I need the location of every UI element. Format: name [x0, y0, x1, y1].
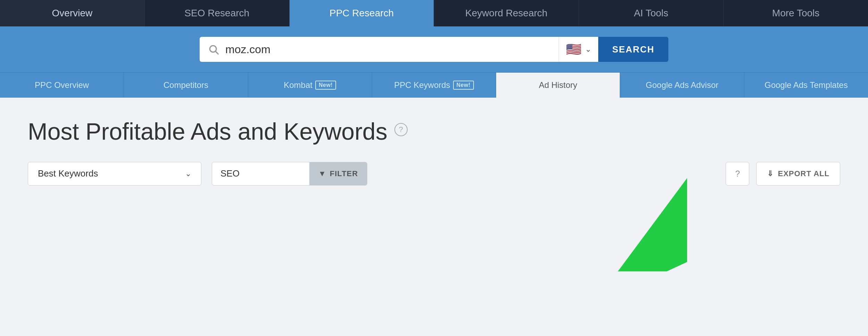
top-navigation: Overview SEO Research PPC Research Keywo… — [0, 0, 868, 26]
question-mark-icon: ? — [735, 169, 740, 179]
flag-icon: 🇺🇸 — [566, 42, 582, 57]
tab-seo-research[interactable]: SEO Research — [145, 0, 290, 26]
subnav-ad-history[interactable]: Ad History — [496, 73, 620, 98]
tab-ai-tools[interactable]: AI Tools — [579, 0, 724, 26]
search-area: 🇺🇸 ⌄ SEARCH — [0, 26, 868, 72]
tab-overview[interactable]: Overview — [0, 0, 145, 26]
subnav-ppc-overview[interactable]: PPC Overview — [0, 73, 124, 98]
dropdown-value: Best Keywords — [38, 168, 98, 179]
filter-input-group: ▼ FILTER — [212, 162, 367, 186]
ppc-keywords-new-badge: New! — [453, 81, 474, 90]
best-keywords-dropdown[interactable]: Best Keywords ⌄ — [28, 162, 201, 186]
subnav-google-ads-templates[interactable]: Google Ads Templates — [744, 73, 868, 98]
tab-keyword-research[interactable]: Keyword Research — [434, 0, 579, 26]
search-icon — [208, 44, 219, 55]
subnav-google-ads-advisor[interactable]: Google Ads Advisor — [620, 73, 744, 98]
filter-button[interactable]: ▼ FILTER — [309, 162, 367, 185]
chevron-down-icon: ⌄ — [585, 45, 591, 54]
tab-ppc-research[interactable]: PPC Research — [290, 0, 434, 26]
svg-marker-2 — [592, 178, 687, 272]
main-content: Most Profitable Ads and Keywords ? Best … — [0, 98, 868, 271]
download-icon: ⇓ — [767, 169, 774, 178]
flag-country-dropdown[interactable]: 🇺🇸 ⌄ — [559, 37, 598, 62]
tab-more-tools[interactable]: More Tools — [724, 0, 868, 26]
help-button[interactable]: ? — [726, 162, 749, 186]
page-title: Most Profitable Ads and Keywords — [28, 118, 387, 145]
svg-line-1 — [216, 51, 218, 54]
search-button[interactable]: SEARCH — [598, 37, 668, 62]
export-all-button[interactable]: ⇓ EXPORT ALL — [756, 162, 840, 186]
filter-text-input[interactable] — [212, 162, 309, 185]
filter-row: Best Keywords ⌄ ▼ FILTER ? ⇓ EXPORT ALL — [28, 162, 840, 186]
subnav-kombat[interactable]: Kombat New! — [248, 73, 372, 98]
search-bar-container: 🇺🇸 ⌄ SEARCH — [200, 37, 668, 62]
filter-funnel-icon: ▼ — [318, 169, 326, 178]
search-input[interactable] — [225, 43, 550, 56]
sub-navigation: PPC Overview Competitors Kombat New! PPC… — [0, 72, 868, 98]
right-controls: ? ⇓ EXPORT ALL — [726, 162, 840, 186]
dropdown-chevron-icon: ⌄ — [185, 169, 191, 178]
title-help-icon[interactable]: ? — [394, 123, 408, 136]
subnav-competitors[interactable]: Competitors — [124, 73, 248, 98]
subnav-ppc-keywords[interactable]: PPC Keywords New! — [372, 73, 496, 98]
search-input-wrapper — [200, 37, 559, 62]
page-title-row: Most Profitable Ads and Keywords ? — [28, 118, 840, 145]
kombat-new-badge: New! — [315, 81, 336, 90]
